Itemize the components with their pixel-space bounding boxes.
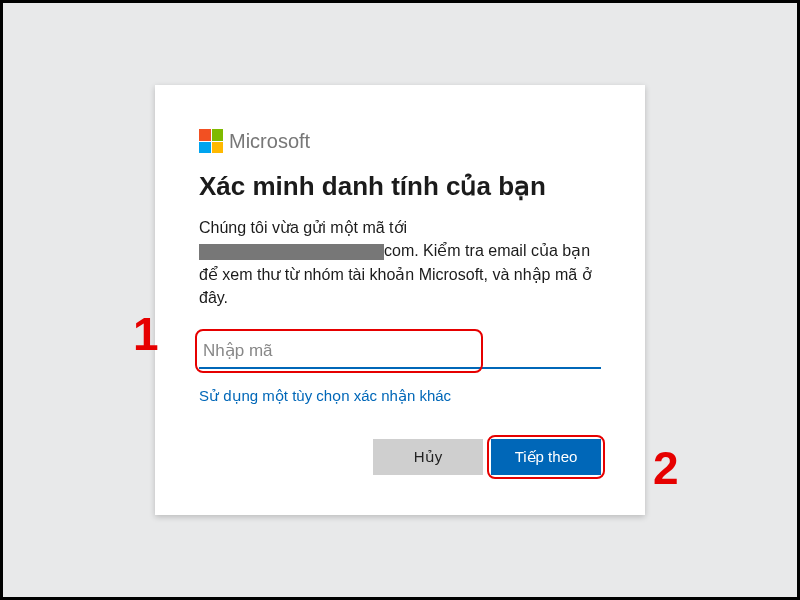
- instruction-part1: Chúng tôi vừa gửi một mã tới: [199, 219, 407, 236]
- code-input-wrapper: [199, 333, 601, 369]
- microsoft-logo-text: Microsoft: [229, 130, 310, 153]
- code-input[interactable]: [199, 333, 601, 369]
- microsoft-logo: Microsoft: [199, 129, 601, 153]
- microsoft-logo-icon: [199, 129, 223, 153]
- next-button[interactable]: Tiếp theo: [491, 439, 601, 475]
- alternate-verify-link[interactable]: Sử dụng một tùy chọn xác nhận khác: [199, 387, 451, 405]
- verify-identity-card: Microsoft Xác minh danh tính của bạn Chú…: [155, 85, 645, 515]
- cancel-button[interactable]: Hủy: [373, 439, 483, 475]
- instruction-text: Chúng tôi vừa gửi một mã tới com. Kiểm t…: [199, 216, 601, 309]
- page-title: Xác minh danh tính của bạn: [199, 171, 601, 202]
- button-row: Hủy Tiếp theo: [199, 439, 601, 475]
- redacted-email: [199, 244, 384, 260]
- annotation-label-2: 2: [653, 441, 679, 495]
